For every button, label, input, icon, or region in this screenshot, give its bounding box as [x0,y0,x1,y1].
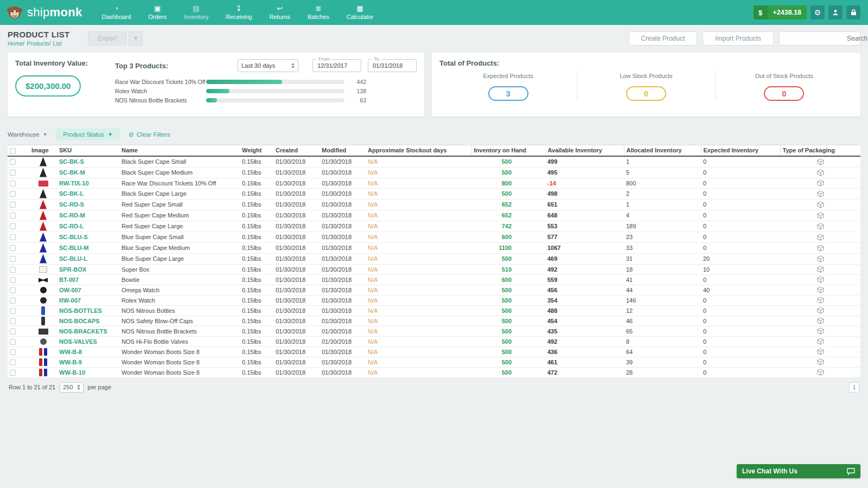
product-status-filter[interactable]: Product Status ▼ [56,129,119,140]
table-row[interactable]: SC-BK-SBlack Super Cape Small0.15lbs01/3… [8,156,860,168]
nav-item-batches[interactable]: ≣Batches [299,0,338,25]
sku-link[interactable]: NOS-BRACKETS [59,328,107,335]
column-header-sku[interactable]: SKU [57,145,119,156]
sku-link[interactable]: SC-RD-M [59,212,85,219]
sku-link[interactable]: WW-B-8 [59,349,82,355]
stat-value[interactable]: 0 [764,86,804,101]
breadcrumb-link[interactable]: List [53,40,61,47]
table-row[interactable]: BT-007Bowtie0.15lbs01/30/201801/30/2018N… [8,274,860,285]
row-checkbox[interactable] [10,191,16,197]
search-input[interactable] [780,32,868,45]
table-row[interactable]: OW-007Omega Watch0.15lbs01/30/201801/30/… [8,285,860,295]
sku-link[interactable]: SC-BLU-M [59,245,88,251]
row-checkbox[interactable] [10,318,16,324]
select-all-checkbox[interactable] [10,148,16,154]
sku-link[interactable]: WW-B-10 [59,369,85,376]
nav-item-calculator[interactable]: ▦Calculator [338,0,382,25]
sku-link[interactable]: WW-B-9 [59,359,82,365]
sku-link[interactable]: RW-007 [59,297,81,304]
export-button[interactable]: Export [88,31,126,46]
row-checkbox[interactable] [10,349,16,355]
row-checkbox[interactable] [10,298,16,304]
row-checkbox[interactable] [10,234,16,240]
table-row[interactable]: SC-BK-MBlack Super Cape Medium0.15lbs01/… [8,167,860,178]
import-products-button[interactable]: Import Products [703,31,774,46]
row-checkbox[interactable] [10,181,16,187]
table-row[interactable]: RW-007Rolex Watch0.15lbs01/30/201801/30/… [8,295,860,305]
row-checkbox[interactable] [10,170,16,176]
sku-link[interactable]: SC-BK-L [59,190,84,197]
table-row[interactable]: SC-RD-MRed Super Cape Medium0.15lbs01/30… [8,210,860,221]
nav-item-orders[interactable]: ▣Orders [139,0,175,25]
sku-link[interactable]: SC-BK-S [59,158,84,165]
sku-link[interactable]: SC-RD-S [59,201,84,208]
table-row[interactable]: WW-B-9Wonder Woman Boots Size 80.15lbs01… [8,357,860,367]
column-header-modified[interactable]: Modified [320,145,366,156]
date-range-select[interactable]: Last 30 days [238,59,298,72]
nav-item-returns[interactable]: ↩Returns [260,0,299,25]
row-checkbox[interactable] [10,370,16,376]
sku-link[interactable]: SPR-BOX [59,266,86,273]
column-header-approximate-stockout-days[interactable]: Approximate Stockout days [366,145,471,156]
breadcrumb-link[interactable]: Products [27,40,49,47]
row-checkbox[interactable] [10,359,16,365]
lock-button[interactable] [846,5,860,20]
table-row[interactable]: SC-BK-LBlack Super Cape Large0.15lbs01/3… [8,188,860,199]
live-chat-bar[interactable]: Live Chat With Us [737,464,860,478]
column-header-image[interactable]: Image [29,145,57,156]
per-page-select[interactable]: 250 [60,382,83,393]
column-header-name[interactable]: Name [119,145,240,156]
table-row[interactable]: SC-BLU-MBlue Super Cape Medium0.15lbs01/… [8,242,860,253]
table-row[interactable]: NOS-BOTTLESNOS Nitrous Bottles0.15lbs01/… [8,305,860,316]
table-row[interactable]: SC-BLU-LBlue Super Cape Large0.15lbs01/3… [8,253,860,264]
row-checkbox[interactable] [10,223,16,229]
sku-link[interactable]: NOS-VALVES [59,338,97,345]
column-header-allocated-inventory[interactable]: Allocated Inventory [624,145,701,156]
clear-filters-button[interactable]: ⊘ Clear Filters [129,131,170,138]
nav-item-receiving[interactable]: ↧Receiving [217,0,260,25]
row-checkbox[interactable] [10,159,16,165]
sku-link[interactable]: OW-007 [59,287,81,293]
sku-link[interactable]: SC-BLU-L [59,255,87,262]
sku-link[interactable]: SC-RD-L [59,223,84,229]
table-row[interactable]: NOS-BOCAPSNOS Safety Blow-Off Caps0.15lb… [8,316,860,326]
sku-link[interactable]: RW-TIX-10 [59,180,89,187]
table-row[interactable]: SC-RD-SRed Super Cape Small0.15lbs01/30/… [8,199,860,210]
stat-value[interactable]: 0 [626,86,666,101]
row-checkbox[interactable] [10,213,16,219]
to-date-field[interactable]: To 01/31/2018 [368,59,417,72]
sku-link[interactable]: NOS-BOCAPS [59,318,100,324]
table-row[interactable]: SC-BLU-SBlue Super Cape Small0.15lbs01/3… [8,232,860,242]
row-checkbox[interactable] [10,308,16,314]
column-header-available-inventory[interactable]: Available Inventory [545,145,624,156]
table-row[interactable]: NOS-BRACKETSNOS Nitrous Bottle Brackets0… [8,326,860,336]
breadcrumb-link[interactable]: Home [8,40,23,47]
settings-button[interactable]: ⚙ [810,5,825,20]
table-row[interactable]: NOS-VALVESNOS Hi-Flo Bottle Valves0.15lb… [8,336,860,346]
column-header-weight[interactable]: Weight [240,145,273,156]
row-checkbox[interactable] [10,277,16,283]
row-checkbox[interactable] [10,287,16,293]
table-row[interactable]: SPR-BOXSuper Box0.15lbs01/30/201801/30/2… [8,264,860,274]
column-header-expected-inventory[interactable]: Expected Inventory [701,145,780,156]
page-1-button[interactable]: 1 [849,382,859,393]
column-header-inventory-on-hand[interactable]: Inventory on Hand [471,145,545,156]
row-checkbox[interactable] [10,202,16,208]
row-checkbox[interactable] [10,339,16,345]
balance-badge[interactable]: $ +2438.18 [754,5,807,20]
table-row[interactable]: SC-RD-LRed Super Cape Large0.15lbs01/30/… [8,221,860,232]
table-row[interactable]: WW-B-10Wonder Woman Boots Size 80.15lbs0… [8,367,860,377]
column-header-created[interactable]: Created [273,145,320,156]
row-checkbox[interactable] [10,256,16,262]
column-header-type-of-packaging[interactable]: Type of Packaging [780,145,860,156]
export-dropdown-button[interactable]: ▼ [129,31,143,46]
warehouse-filter[interactable]: Warehouse ▼ [8,131,47,138]
stat-value[interactable]: 3 [488,86,528,101]
brand-logo[interactable]: shipmonk [0,0,93,25]
sku-link[interactable]: SC-BK-M [59,169,85,176]
table-row[interactable]: RW-TIX-10Race War Discount Tickets 10% O… [8,178,860,188]
from-date-field[interactable]: From 12/31/2017 [312,59,361,72]
row-checkbox[interactable] [10,329,16,335]
row-checkbox[interactable] [10,245,16,251]
row-checkbox[interactable] [10,267,16,273]
